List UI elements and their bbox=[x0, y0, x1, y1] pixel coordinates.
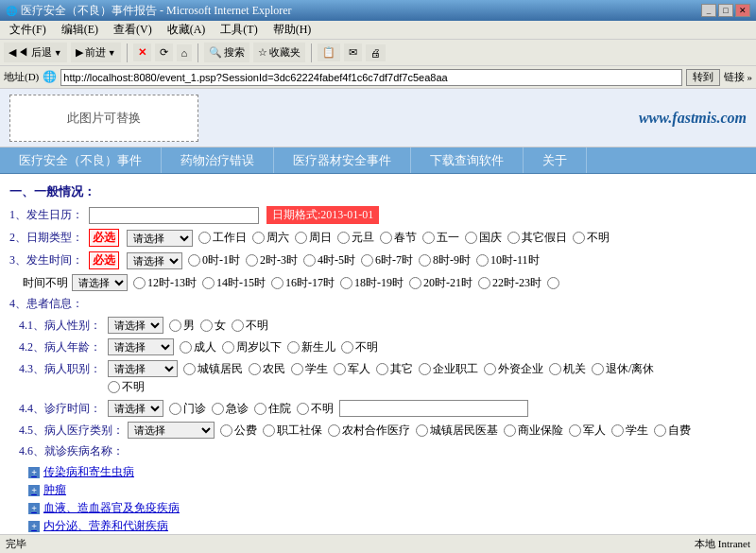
ins-worker[interactable]: 职工社保 bbox=[263, 423, 322, 439]
time-18-19[interactable]: 18时-19时 bbox=[340, 275, 404, 291]
gender-unknown[interactable]: 不明 bbox=[232, 318, 268, 334]
job-govt[interactable]: 机关 bbox=[549, 361, 586, 377]
ins-commercial[interactable]: 商业保险 bbox=[504, 423, 563, 439]
date-spring[interactable]: 春节 bbox=[380, 230, 417, 246]
date-sunday[interactable]: 周日 bbox=[295, 230, 332, 246]
time-4-5[interactable]: 4时-5时 bbox=[303, 252, 355, 268]
age-dropdown[interactable]: 请选择成人周岁以下新生儿不明 bbox=[108, 338, 174, 355]
back-dropdown-icon[interactable]: ▼ bbox=[54, 48, 62, 58]
age-newborn[interactable]: 新生儿 bbox=[287, 339, 335, 355]
time-dropdown-2[interactable]: 请选择 bbox=[72, 274, 128, 291]
nav-item-device-safety[interactable]: 医疗器材安全事件 bbox=[274, 147, 411, 173]
age-unknown[interactable]: 不明 bbox=[341, 339, 378, 355]
gender-select[interactable]: 请选择男女不明 bbox=[108, 317, 163, 334]
time-14-15[interactable]: 14时-15时 bbox=[202, 275, 266, 291]
menu-edit[interactable]: 编辑(E) bbox=[56, 22, 104, 38]
ins-public[interactable]: 公费 bbox=[220, 423, 257, 439]
date-newyear[interactable]: 元旦 bbox=[337, 230, 374, 246]
time-radio-unknown[interactable] bbox=[547, 277, 561, 289]
address-input[interactable] bbox=[60, 69, 681, 86]
date-other-holiday[interactable]: 其它假日 bbox=[507, 230, 567, 246]
forward-button[interactable]: ▶ 前进 ▼ bbox=[71, 43, 121, 62]
disease-link-3[interactable]: + 内分泌、营养和代谢疾病 bbox=[28, 518, 747, 534]
time-20-21[interactable]: 20时-21时 bbox=[409, 275, 472, 291]
favorites-button[interactable]: ☆ 收藏夹 bbox=[253, 43, 305, 62]
time-10-11[interactable]: 10时-11时 bbox=[476, 252, 540, 268]
go-button[interactable]: 转到 bbox=[686, 69, 720, 86]
print-button[interactable]: 🖨 bbox=[366, 44, 386, 61]
mail-button[interactable]: ✉ bbox=[344, 43, 362, 61]
age-adult[interactable]: 成人 bbox=[180, 339, 216, 355]
date-type-dropdown[interactable]: 请选择工作日周六周日 元旦春节五一国庆 其它假日不明 bbox=[127, 230, 193, 247]
menu-view[interactable]: 查看(V) bbox=[108, 22, 158, 38]
time-8-9[interactable]: 8时-9时 bbox=[419, 252, 471, 268]
gender-dropdown[interactable]: 请选择男女不明 bbox=[108, 317, 163, 334]
menu-tools[interactable]: 工具(T) bbox=[215, 22, 263, 38]
search-button[interactable]: 🔍 搜索 bbox=[204, 43, 249, 62]
nav-item-about[interactable]: 关于 bbox=[524, 147, 587, 173]
refresh-button[interactable]: ⟳ bbox=[155, 43, 173, 61]
date-saturday[interactable]: 周六 bbox=[252, 230, 289, 246]
job-enterprise[interactable]: 企业职工 bbox=[419, 361, 478, 377]
date-mayday[interactable]: 五一 bbox=[422, 230, 459, 246]
stop-button[interactable]: ✕ bbox=[133, 43, 151, 61]
ins-urban-basic[interactable]: 城镇居民医基 bbox=[416, 423, 498, 439]
date-type-select[interactable]: 请选择工作日周六周日 元旦春节五一国庆 其它假日不明 bbox=[127, 230, 193, 247]
nav-item-medical-safety[interactable]: 医疗安全（不良）事件 bbox=[0, 147, 162, 173]
disease-link-0[interactable]: + 传染病和寄生虫病 bbox=[28, 464, 747, 480]
job-select[interactable]: 请选择城镇居民农民学生 军人其它企业职工外资企业 机关退休/离休不明 bbox=[108, 360, 178, 377]
treatment-select[interactable]: 请选择门诊急诊住院不明 bbox=[108, 400, 163, 417]
treatment-note-input[interactable] bbox=[339, 400, 528, 417]
job-urban[interactable]: 城镇居民 bbox=[183, 361, 243, 377]
time-select-2[interactable]: 请选择 bbox=[72, 274, 128, 291]
ins-self[interactable]: 自费 bbox=[654, 423, 691, 439]
insurance-dropdown[interactable]: 请选择公费职工社保农村合作医疗 城镇居民医基商业保险军人学生自费 bbox=[128, 422, 215, 439]
treatment-dropdown[interactable]: 请选择门诊急诊住院不明 bbox=[108, 400, 163, 417]
job-farmer[interactable]: 农民 bbox=[249, 361, 285, 377]
date-unknown[interactable]: 不明 bbox=[573, 230, 610, 246]
job-dropdown[interactable]: 请选择城镇居民农民学生 军人其它企业职工外资企业 机关退休/离休不明 bbox=[108, 360, 178, 377]
treatment-outpatient[interactable]: 门诊 bbox=[169, 401, 206, 417]
date-national[interactable]: 国庆 bbox=[465, 230, 502, 246]
date-workday[interactable]: 工作日 bbox=[198, 230, 247, 246]
nav-item-download[interactable]: 下载查询软件 bbox=[411, 147, 524, 173]
gender-male[interactable]: 男 bbox=[169, 318, 195, 334]
treatment-inpatient[interactable]: 住院 bbox=[254, 401, 291, 417]
job-other[interactable]: 其它 bbox=[376, 361, 413, 377]
close-button[interactable]: ✕ bbox=[735, 4, 750, 17]
disease-link-1[interactable]: + 肿瘤 bbox=[28, 482, 747, 498]
menu-help[interactable]: 帮助(H) bbox=[267, 22, 318, 38]
forward-dropdown-icon[interactable]: ▼ bbox=[108, 48, 116, 58]
history-button[interactable]: 📋 bbox=[318, 43, 340, 61]
time-select[interactable]: 请选择 bbox=[127, 252, 182, 269]
time-dropdown[interactable]: 请选择 bbox=[127, 252, 182, 269]
minimize-button[interactable]: _ bbox=[701, 4, 716, 17]
job-foreign-enterprise[interactable]: 外资企业 bbox=[484, 361, 543, 377]
ins-military[interactable]: 军人 bbox=[569, 423, 606, 439]
age-under-1[interactable]: 周岁以下 bbox=[222, 339, 282, 355]
back-button[interactable]: ◀ ◀ 后退 ▼ bbox=[4, 43, 67, 62]
insurance-select[interactable]: 请选择公费职工社保农村合作医疗 城镇居民医基商业保险军人学生自费 bbox=[128, 422, 215, 439]
job-unknown[interactable]: 不明 bbox=[108, 379, 145, 395]
menu-favorites[interactable]: 收藏(A) bbox=[162, 22, 212, 38]
job-student[interactable]: 学生 bbox=[291, 361, 328, 377]
time-2-3[interactable]: 2时-3时 bbox=[246, 252, 298, 268]
job-retired[interactable]: 退休/离休 bbox=[592, 361, 654, 377]
time-16-17[interactable]: 16时-17时 bbox=[271, 275, 335, 291]
menu-file[interactable]: 文件(F) bbox=[4, 22, 52, 38]
home-button[interactable]: ⌂ bbox=[177, 44, 193, 61]
time-6-7[interactable]: 6时-7时 bbox=[361, 252, 413, 268]
gender-female[interactable]: 女 bbox=[200, 318, 226, 334]
age-select[interactable]: 请选择成人周岁以下新生儿不明 bbox=[108, 338, 174, 355]
ins-rural[interactable]: 农村合作医疗 bbox=[328, 423, 410, 439]
links-button[interactable]: 链接 » bbox=[724, 70, 752, 84]
nav-item-drug-errors[interactable]: 药物治疗错误 bbox=[162, 147, 274, 173]
date-input[interactable] bbox=[89, 207, 259, 224]
time-0-1[interactable]: 0时-1时 bbox=[188, 252, 240, 268]
treatment-emergency[interactable]: 急诊 bbox=[212, 401, 249, 417]
disease-link-2[interactable]: + 血液、造血器官及免疫疾病 bbox=[28, 500, 747, 516]
treatment-unknown[interactable]: 不明 bbox=[297, 401, 334, 417]
ins-student[interactable]: 学生 bbox=[611, 423, 648, 439]
maximize-button[interactable]: □ bbox=[718, 4, 733, 17]
job-military[interactable]: 军人 bbox=[334, 361, 370, 377]
